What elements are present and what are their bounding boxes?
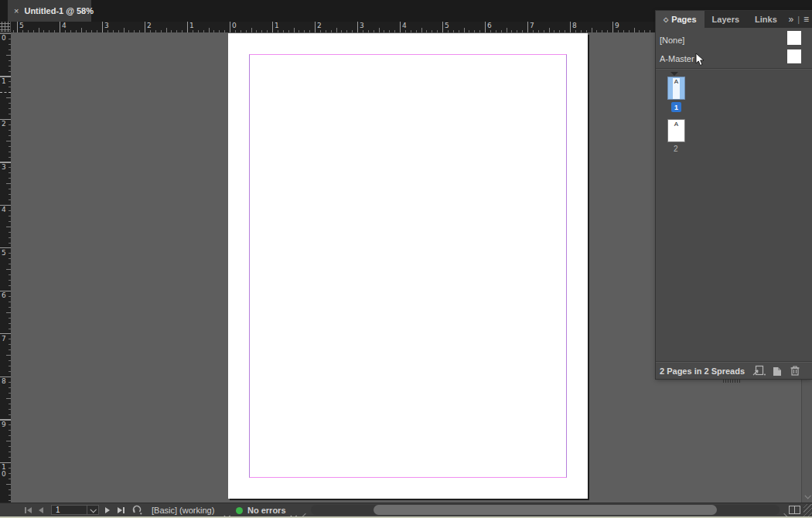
master-thumbnail-none[interactable] [787,31,801,45]
panel-controls: » | ≡ [788,11,809,28]
indesign-window: × Untitled-1 @ 58% 54321012345678910 012… [0,0,812,518]
page-thumbnail-2[interactable]: A [667,119,685,142]
ruler-label: 6 [2,292,9,299]
ruler-label: 2 [147,22,152,29]
ruler-label: 4 [2,206,9,213]
spread-view-icon[interactable] [789,506,800,514]
ruler-origin-corner[interactable] [0,22,11,32]
next-page-button[interactable] [105,503,110,516]
ruler-label: 5 [445,22,449,29]
tab-handle-icon: ◇ [664,16,668,23]
horizontal-scrollbar-thumb[interactable] [374,505,717,515]
edit-page-size-icon[interactable] [752,365,768,380]
tab-pages[interactable]: ◇ Pages [656,11,705,28]
spread-marker-icon [670,72,678,76]
window-resize-grip[interactable] [803,504,812,516]
ruler-label: 3 [360,22,364,29]
status-bar: 1 [Basic] (working) No errors [0,503,812,516]
ruler-label: 9 [2,421,9,428]
panel-footer: 2 Pages in 2 Spreads [656,363,812,379]
ruler-label: 5 [2,250,9,257]
ruler-label: 8 [572,22,577,29]
ruler-label: 7 [2,336,9,342]
close-icon[interactable]: × [14,7,19,15]
pages-panel: ◇ Pages Layers Links » | ≡ [None] A-Mast… [656,11,812,379]
ruler-label: 3 [104,22,109,29]
ruler-label: 0 [2,35,9,42]
divider: | [797,15,800,24]
ruler-label: 4 [402,22,407,29]
ruler-label: 2 [317,22,322,29]
document-tab[interactable]: × Untitled-1 @ 58% [8,0,91,22]
document-title: Untitled-1 @ 58% [24,6,94,15]
pointer-position-marker [0,92,11,93]
ruler-inch-ticks [0,32,11,503]
preflight-status-dot [236,507,243,514]
ruler-label: 1 [275,22,279,29]
ruler-label: 2 [2,121,9,128]
panel-divider [656,68,812,70]
tab-links[interactable]: Links [747,11,785,28]
mouse-cursor [695,53,706,70]
document-page[interactable] [228,33,588,499]
master-letter: A [673,78,680,99]
delete-page-icon[interactable] [790,365,800,380]
preflight-status-label: No errors [247,506,286,515]
ruler-label: 6 [487,22,492,29]
page-number-combobox[interactable]: 1 [51,505,99,515]
vertical-ruler[interactable]: 012345678910 [0,32,11,503]
page-number-label: 2 [674,145,678,153]
ruler-label: 5 [19,22,24,29]
margin-guides [249,54,567,478]
page-number-value: 1 [52,506,87,514]
last-page-button[interactable] [118,503,125,516]
scroll-down-icon[interactable] [804,492,810,499]
preflight-profile-label: [Basic] (working) [152,506,214,515]
horizontal-scrollbar[interactable] [311,505,780,515]
first-page-button[interactable] [25,503,32,516]
ruler-label: 3 [2,164,9,171]
ruler-label: 1 [2,78,9,85]
tab-layers[interactable]: Layers [705,11,747,28]
ruler-label: 10 [2,464,9,478]
ruler-label: 1 [189,22,194,29]
ruler-label: 8 [2,378,9,385]
ruler-label: 4 [62,22,67,29]
pages-count-status: 2 Pages in 2 Spreads [656,366,745,376]
master-thumbnail-a-master[interactable] [787,49,801,63]
page-thumbnail-1[interactable]: A [667,77,685,100]
master-letter: A [673,121,680,141]
new-page-icon[interactable] [772,366,783,380]
ruler-label: 7 [530,22,534,29]
ruler-label: 0 [232,22,237,29]
ruler-label: 9 [615,22,619,29]
page-number-badge: 1 [671,102,681,112]
panel-resize-grip[interactable] [723,379,740,383]
panel-menu-icon[interactable]: ≡ [803,14,809,25]
page-dropdown-button[interactable] [87,506,98,514]
previous-page-button[interactable] [39,503,43,516]
collapse-panel-icon[interactable]: » [788,14,793,25]
